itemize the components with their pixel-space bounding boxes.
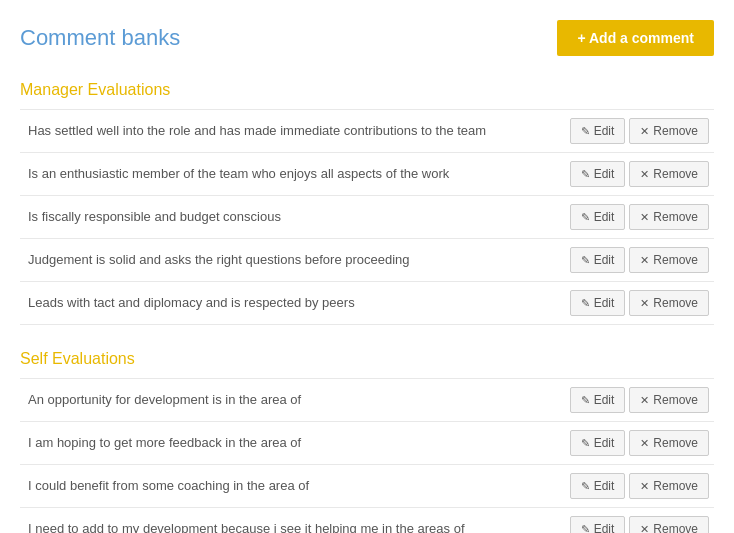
edit-icon: ✎ xyxy=(581,297,590,310)
comment-text: Is an enthusiastic member of the team wh… xyxy=(20,153,544,196)
comment-actions: ✎ Edit✕ Remove xyxy=(544,196,714,239)
edit-icon: ✎ xyxy=(581,523,590,534)
close-icon: ✕ xyxy=(640,168,649,181)
add-comment-button[interactable]: + Add a comment xyxy=(557,20,714,56)
comment-text: Judgement is solid and asks the right qu… xyxy=(20,239,544,282)
edit-button[interactable]: ✎ Edit xyxy=(570,247,626,273)
remove-button[interactable]: ✕ Remove xyxy=(629,161,709,187)
page-title: Comment banks xyxy=(20,25,180,51)
close-icon: ✕ xyxy=(640,523,649,534)
edit-button[interactable]: ✎ Edit xyxy=(570,473,626,499)
section-self-evaluations: Self EvaluationsAn opportunity for devel… xyxy=(20,345,714,533)
comment-text: An opportunity for development is in the… xyxy=(20,379,544,422)
edit-button[interactable]: ✎ Edit xyxy=(570,290,626,316)
close-icon: ✕ xyxy=(640,394,649,407)
edit-button[interactable]: ✎ Edit xyxy=(570,161,626,187)
comment-table-manager-evaluations: Has settled well into the role and has m… xyxy=(20,109,714,325)
comment-text: Leads with tact and diplomacy and is res… xyxy=(20,282,544,325)
remove-button[interactable]: ✕ Remove xyxy=(629,290,709,316)
comment-actions: ✎ Edit✕ Remove xyxy=(544,110,714,153)
comment-text: I need to add to my development because … xyxy=(20,508,544,534)
close-icon: ✕ xyxy=(640,437,649,450)
table-row: Has settled well into the role and has m… xyxy=(20,110,714,153)
table-row: Judgement is solid and asks the right qu… xyxy=(20,239,714,282)
comment-actions: ✎ Edit✕ Remove xyxy=(544,465,714,508)
table-row: Is fiscally responsible and budget consc… xyxy=(20,196,714,239)
table-row: I could benefit from some coaching in th… xyxy=(20,465,714,508)
edit-icon: ✎ xyxy=(581,437,590,450)
close-icon: ✕ xyxy=(640,297,649,310)
close-icon: ✕ xyxy=(640,125,649,138)
comment-table-self-evaluations: An opportunity for development is in the… xyxy=(20,378,714,533)
edit-icon: ✎ xyxy=(581,211,590,224)
table-row: I need to add to my development because … xyxy=(20,508,714,534)
sections-container: Manager EvaluationsHas settled well into… xyxy=(20,76,714,533)
section-manager-evaluations: Manager EvaluationsHas settled well into… xyxy=(20,76,714,325)
remove-button[interactable]: ✕ Remove xyxy=(629,430,709,456)
edit-icon: ✎ xyxy=(581,125,590,138)
edit-button[interactable]: ✎ Edit xyxy=(570,204,626,230)
section-title-self-evaluations: Self Evaluations xyxy=(20,345,714,373)
comment-text: Has settled well into the role and has m… xyxy=(20,110,544,153)
remove-button[interactable]: ✕ Remove xyxy=(629,516,709,533)
section-title-manager-evaluations: Manager Evaluations xyxy=(20,76,714,104)
comment-actions: ✎ Edit✕ Remove xyxy=(544,153,714,196)
remove-button[interactable]: ✕ Remove xyxy=(629,247,709,273)
edit-button[interactable]: ✎ Edit xyxy=(570,387,626,413)
comment-actions: ✎ Edit✕ Remove xyxy=(544,379,714,422)
edit-button[interactable]: ✎ Edit xyxy=(570,516,626,533)
remove-button[interactable]: ✕ Remove xyxy=(629,118,709,144)
remove-button[interactable]: ✕ Remove xyxy=(629,473,709,499)
comment-actions: ✎ Edit✕ Remove xyxy=(544,508,714,534)
comment-actions: ✎ Edit✕ Remove xyxy=(544,422,714,465)
edit-button[interactable]: ✎ Edit xyxy=(570,430,626,456)
edit-icon: ✎ xyxy=(581,168,590,181)
page-header: Comment banks + Add a comment xyxy=(20,20,714,56)
table-row: Is an enthusiastic member of the team wh… xyxy=(20,153,714,196)
close-icon: ✕ xyxy=(640,211,649,224)
comment-actions: ✎ Edit✕ Remove xyxy=(544,239,714,282)
close-icon: ✕ xyxy=(640,254,649,267)
comment-text: I am hoping to get more feedback in the … xyxy=(20,422,544,465)
comment-actions: ✎ Edit✕ Remove xyxy=(544,282,714,325)
comment-text: Is fiscally responsible and budget consc… xyxy=(20,196,544,239)
remove-button[interactable]: ✕ Remove xyxy=(629,387,709,413)
table-row: I am hoping to get more feedback in the … xyxy=(20,422,714,465)
close-icon: ✕ xyxy=(640,480,649,493)
table-row: Leads with tact and diplomacy and is res… xyxy=(20,282,714,325)
edit-icon: ✎ xyxy=(581,480,590,493)
table-row: An opportunity for development is in the… xyxy=(20,379,714,422)
edit-icon: ✎ xyxy=(581,394,590,407)
comment-text: I could benefit from some coaching in th… xyxy=(20,465,544,508)
edit-button[interactable]: ✎ Edit xyxy=(570,118,626,144)
edit-icon: ✎ xyxy=(581,254,590,267)
remove-button[interactable]: ✕ Remove xyxy=(629,204,709,230)
